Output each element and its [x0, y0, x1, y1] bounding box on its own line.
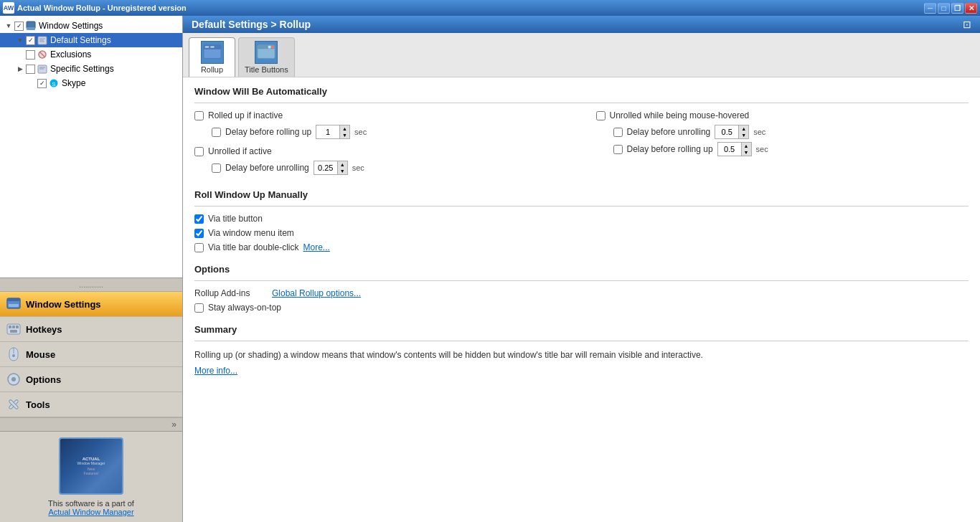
collapse-dots: ............ [79, 281, 103, 289]
tree-label-default-settings: Default Settings [50, 35, 111, 45]
delay-rolling-right-checkbox[interactable] [613, 145, 623, 154]
nav-label-window-settings: Window Settings [26, 299, 176, 310]
rolled-up-inactive-row: Rolled up if inactive [194, 110, 567, 120]
nav-item-tools[interactable]: Tools [0, 392, 182, 417]
section-options: Options Rollup Add-ins Global Rollup opt… [194, 264, 969, 313]
svg-rect-15 [9, 304, 19, 307]
via-window-menu-label[interactable]: Via window menu item [208, 228, 294, 238]
rollup-addins-row: Rollup Add-ins Global Rollup options... [194, 288, 969, 298]
delay-rolling-right-input[interactable]: 0.5 [718, 143, 741, 156]
nav-item-hotkeys[interactable]: Hotkeys [0, 317, 182, 342]
unrolled-mouse-label[interactable]: Unrolled while being mouse-hovered [610, 110, 750, 120]
expand-icon: ▼ [3, 20, 14, 32]
tree-item-specific-settings[interactable]: ▶ Specific Settings [0, 62, 182, 76]
delay-unrolling-right-unit: sec [753, 128, 765, 136]
checkbox-exclusions[interactable] [26, 50, 35, 60]
more-link[interactable]: More... [303, 242, 330, 252]
tab-title-buttons[interactable]: Title Buttons [238, 37, 295, 77]
tab-rollup[interactable]: Rollup [189, 37, 235, 77]
main-layout: ▼ Window Settings ▼ Default Settings [0, 16, 980, 522]
default-settings-icon [37, 34, 48, 46]
minimize-button[interactable]: ─ [924, 3, 936, 14]
checkbox-specific-settings[interactable] [26, 65, 35, 74]
delay-rolling-right-down[interactable]: ▼ [741, 149, 751, 156]
content-body: Window Will Be Automatically Rolled up i… [183, 77, 980, 522]
checkbox-default-settings[interactable] [26, 36, 35, 45]
maximize-button[interactable]: ❐ [951, 3, 963, 14]
unrolled-active-checkbox[interactable] [194, 147, 204, 156]
section-summary-title: Summary [194, 324, 969, 335]
tree-item-default-settings[interactable]: ▼ Default Settings [0, 33, 182, 47]
delay-unrolling-left-down[interactable]: ▼ [337, 168, 347, 174]
more-info-link[interactable]: More info... [194, 366, 237, 376]
nav-item-window-settings[interactable]: Window Settings [0, 292, 182, 317]
delay-rolling-up-label[interactable]: Delay before rolling up [225, 127, 311, 137]
restore-button[interactable]: □ [938, 3, 950, 14]
stay-ontop-row: Stay always-on-top [194, 303, 969, 313]
expand-arrow[interactable]: » [0, 417, 182, 431]
expand-icon-ds: ▼ [14, 34, 26, 46]
summary-text: Rolling up (or shading) a window means t… [194, 348, 969, 361]
delay-rolling-right-up[interactable]: ▲ [741, 143, 751, 149]
sidebar-bottom: ACTUAL Window Manager NewFeatures! This … [0, 431, 182, 522]
via-dblclick-checkbox[interactable] [194, 243, 204, 252]
tree-item-exclusions[interactable]: Exclusions [0, 47, 182, 62]
global-rollup-link[interactable]: Global Rollup options... [272, 288, 361, 298]
svg-rect-14 [7, 298, 20, 301]
content-header: Default Settings > Rollup ⊡ [183, 16, 980, 33]
delay-unrolling-left-up[interactable]: ▲ [337, 161, 347, 168]
delay-rolling-up-up[interactable]: ▲ [339, 125, 349, 132]
tree-item-skype[interactable]: S Skype [0, 76, 182, 90]
tab-bar: Rollup Title Buttons [183, 33, 980, 77]
delay-rolling-up-input[interactable]: 1 [316, 125, 339, 138]
nav-item-options[interactable]: Options [0, 367, 182, 392]
stay-ontop-checkbox[interactable] [194, 303, 204, 313]
delay-rolling-up-unit: sec [354, 128, 367, 136]
checkbox-window-settings[interactable] [14, 22, 24, 31]
section-options-divider [194, 280, 969, 281]
actual-window-manager-link[interactable]: Actual Window Manager [6, 508, 176, 516]
delay-rolling-up-down[interactable]: ▼ [339, 132, 349, 138]
unrolled-active-label[interactable]: Unrolled if active [208, 146, 272, 156]
delay-unrolling-right-input[interactable]: 0.5 [715, 125, 738, 138]
content-header-expand[interactable]: ⊡ [963, 19, 971, 30]
tree-label-skype: Skype [62, 78, 85, 88]
delay-unrolling-right-down[interactable]: ▼ [738, 132, 748, 138]
rolled-up-inactive-label[interactable]: Rolled up if inactive [208, 110, 283, 120]
delay-unrolling-right-up[interactable]: ▲ [738, 125, 748, 132]
delay-unrolling-left-row: Delay before unrolling 0.25 ▲ ▼ sec [212, 161, 567, 175]
nav-label-mouse: Mouse [26, 349, 176, 360]
via-dblclick-label[interactable]: Via title bar double-click [208, 242, 299, 252]
svg-point-23 [12, 354, 15, 357]
title-bar: AW Actual Window Rollup - Unregistered v… [0, 0, 980, 16]
delay-unrolling-left-label[interactable]: Delay before unrolling [225, 163, 309, 173]
delay-unrolling-left-input[interactable]: 0.25 [314, 161, 337, 174]
sidebar: ▼ Window Settings ▼ Default Settings [0, 16, 183, 522]
delay-unrolling-right-row: Delay before unrolling 0.5 ▲ ▼ sec [613, 125, 969, 139]
delay-unrolling-right-checkbox[interactable] [613, 128, 623, 137]
nav-hotkeys-icon [6, 321, 22, 337]
nav-item-mouse[interactable]: Mouse [0, 342, 182, 367]
via-title-button-checkbox[interactable] [194, 214, 204, 224]
collapse-toggle[interactable]: ............ [0, 278, 182, 292]
delay-unrolling-right-label[interactable]: Delay before unrolling [627, 127, 711, 137]
delay-unrolling-left-checkbox[interactable] [212, 163, 221, 173]
auto-two-col: Rolled up if inactive Delay before rolli… [194, 110, 969, 178]
delay-rolling-up-row: Delay before rolling up 1 ▲ ▼ sec [212, 125, 567, 139]
rollup-addins-label: Rollup Add-ins [194, 288, 266, 298]
svg-rect-20 [10, 330, 17, 333]
via-window-menu-checkbox[interactable] [194, 229, 204, 238]
checkbox-skype[interactable] [37, 79, 47, 88]
unrolled-mouse-checkbox[interactable] [596, 111, 606, 120]
rolled-up-inactive-checkbox[interactable] [194, 111, 204, 120]
close-button[interactable]: ✕ [965, 3, 977, 14]
tree-item-window-settings[interactable]: ▼ Window Settings [0, 19, 182, 33]
content-area: Default Settings > Rollup ⊡ Rollup [183, 16, 980, 522]
via-title-button-label[interactable]: Via title button [208, 214, 263, 224]
delay-unrolling-left-spinbox-btns: ▲ ▼ [337, 161, 347, 174]
stay-ontop-label[interactable]: Stay always-on-top [208, 303, 281, 313]
svg-rect-30 [204, 47, 209, 48]
delay-rolling-right-label[interactable]: Delay before rolling up [627, 144, 713, 154]
delay-rolling-up-checkbox[interactable] [212, 128, 221, 137]
sidebar-text: This software is a part of [6, 499, 176, 508]
